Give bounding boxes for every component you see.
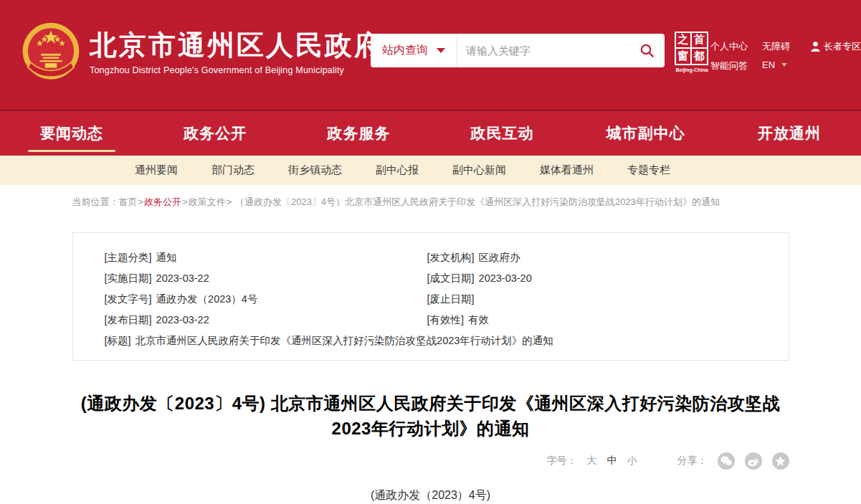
nav-item-gov-affairs-public[interactable]: 政务公开 bbox=[143, 111, 287, 156]
main-nav: 要闻动态 政务公开 政务服务 政民互动 城市副中心 开放通州 bbox=[0, 110, 861, 156]
weibo-share-icon[interactable] bbox=[745, 452, 762, 470]
search-icon bbox=[639, 43, 655, 58]
logo-char: 窗 bbox=[676, 49, 692, 65]
breadcrumb: 当前位置：首页>政务公开>政策文件> （通政办发〔2023〕4号）北京市通州区人… bbox=[72, 196, 789, 209]
subnav-item-township-news[interactable]: 街乡镇动态 bbox=[288, 163, 342, 177]
sub-nav: 通州要闻 部门动态 街乡镇动态 副中心报 副中心新闻 媒体看通州 专题专栏 bbox=[0, 156, 861, 185]
meta-field-topic-category: [主题分类]通知 bbox=[105, 247, 427, 268]
person-icon bbox=[811, 42, 820, 52]
meta-field-document-number: [发文字号]通政办发（2023）4号 bbox=[105, 289, 427, 310]
article-toolbar: 字号： 大 中 小 分享： bbox=[72, 452, 789, 470]
font-size-medium[interactable]: 中 bbox=[607, 455, 617, 467]
site-search: 站内查询 bbox=[371, 34, 665, 67]
senior-zone-label: 长者专区 bbox=[824, 40, 861, 53]
link-language-en[interactable]: EN bbox=[762, 60, 787, 70]
meta-field-implementation-date: [实施日期]2023-03-22 bbox=[105, 268, 427, 289]
font-size-large[interactable]: 大 bbox=[587, 455, 597, 467]
subnav-item-media-on-tongzhou[interactable]: 媒体看通州 bbox=[540, 163, 594, 177]
beijing-capital-window-logo[interactable]: 之 首 窗 都 Beijing-China bbox=[675, 32, 709, 72]
site-header: 北京市通州区人民政府 Tongzhou District People's Go… bbox=[0, 0, 861, 110]
search-scope-label: 站内查询 bbox=[382, 43, 428, 58]
meta-field-written-date: [成文日期]2023-03-20 bbox=[427, 268, 532, 289]
wechat-share-icon[interactable] bbox=[718, 452, 735, 470]
nav-item-news[interactable]: 要闻动态 bbox=[0, 111, 143, 156]
link-senior-zone[interactable]: 长者专区 bbox=[811, 40, 861, 53]
link-personal-center[interactable]: 个人中心 bbox=[710, 40, 748, 53]
nav-item-open-tongzhou[interactable]: 开放通州 bbox=[718, 111, 861, 156]
chevron-down-icon bbox=[781, 63, 787, 67]
national-emblem-icon bbox=[19, 22, 82, 85]
search-scope-dropdown[interactable]: 站内查询 bbox=[371, 43, 457, 58]
breadcrumb-gov-affairs[interactable]: 政务公开 bbox=[144, 196, 181, 207]
logo-char: 首 bbox=[692, 33, 708, 49]
breadcrumb-separator: > bbox=[138, 196, 144, 207]
logo-caption: Beijing-China bbox=[675, 67, 709, 72]
logo-char: 之 bbox=[676, 33, 692, 49]
meta-field-validity: [有效性]有效 bbox=[427, 310, 532, 331]
qzone-share-icon[interactable] bbox=[772, 452, 789, 470]
meta-field-publish-date: [发布日期]2023-03-22 bbox=[105, 310, 427, 331]
breadcrumb-prefix: 当前位置： bbox=[72, 196, 119, 207]
site-brand[interactable]: 北京市通州区人民政府 Tongzhou District People's Go… bbox=[19, 22, 384, 85]
breadcrumb-home[interactable]: 首页 bbox=[119, 196, 138, 207]
subnav-item-department-news[interactable]: 部门动态 bbox=[211, 163, 255, 177]
search-button[interactable] bbox=[637, 43, 665, 58]
breadcrumb-current: （通政办发〔2023〕4号）北京市通州区人民政府关于印发《通州区深入打好污染防治… bbox=[235, 196, 720, 207]
nav-item-gov-services[interactable]: 政务服务 bbox=[287, 111, 430, 156]
language-label: EN bbox=[762, 60, 775, 70]
document-meta-box: [主题分类]通知 [实施日期]2023-03-22 [发文字号]通政办发（202… bbox=[72, 232, 789, 361]
subnav-item-tongzhou-news[interactable]: 通州要闻 bbox=[135, 163, 178, 177]
search-input[interactable] bbox=[457, 44, 637, 57]
subnav-item-special-topics[interactable]: 专题专栏 bbox=[627, 163, 670, 177]
document-number: (通政办发（2023）4号) bbox=[72, 488, 789, 503]
breadcrumb-separator: > bbox=[182, 196, 188, 207]
capital-window-grid: 之 首 窗 都 bbox=[675, 32, 708, 65]
breadcrumb-separator: > bbox=[227, 196, 232, 207]
meta-field-repeal-date: [废止日期] bbox=[427, 289, 532, 310]
font-size-small[interactable]: 小 bbox=[627, 455, 637, 467]
share-label: 分享： bbox=[677, 455, 708, 467]
subnav-item-subcenter-daily[interactable]: 副中心报 bbox=[376, 163, 419, 177]
nav-item-city-subcenter[interactable]: 城市副中心 bbox=[574, 111, 718, 156]
nav-item-public-interaction[interactable]: 政民互动 bbox=[431, 111, 574, 156]
chevron-down-icon bbox=[437, 48, 445, 53]
site-subtitle-en: Tongzhou District People's Government of… bbox=[90, 65, 384, 75]
meta-field-title: [标题]北京市通州区人民政府关于印发《通州区深入打好污染防治攻坚战2023年行动… bbox=[105, 331, 774, 351]
meta-field-issuing-agency: [发文机构]区政府办 bbox=[427, 247, 532, 268]
link-accessibility[interactable]: 无障碍 bbox=[762, 40, 790, 53]
subnav-item-subcenter-news[interactable]: 副中心新闻 bbox=[452, 163, 506, 177]
link-smart-qa[interactable]: 智能问答 bbox=[710, 60, 748, 72]
site-title: 北京市通州区人民政府 bbox=[90, 31, 384, 61]
article-title: (通政办发〔2023〕4号) 北京市通州区人民政府关于印发《通州区深入打好污染防… bbox=[72, 391, 789, 441]
font-size-label: 字号： bbox=[547, 455, 577, 467]
breadcrumb-policy-docs[interactable]: 政策文件 bbox=[189, 196, 226, 207]
logo-char: 都 bbox=[692, 49, 708, 65]
